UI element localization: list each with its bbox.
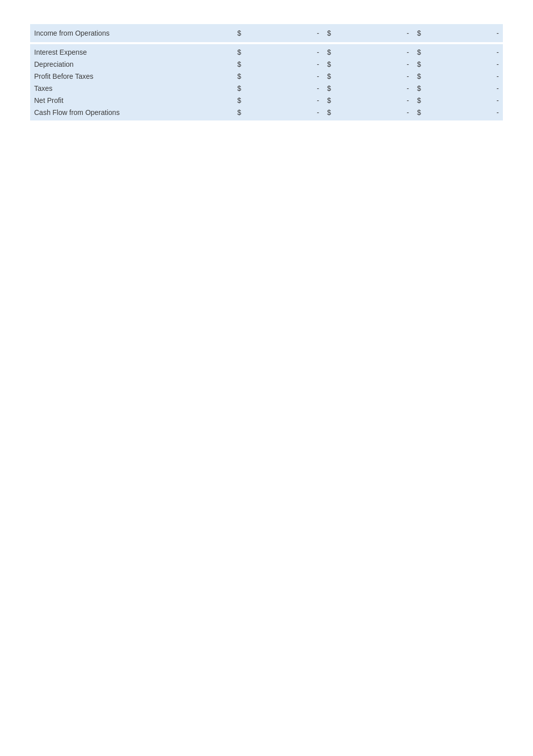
row-currency3-interest-expense: $ bbox=[413, 44, 433, 58]
row-label-taxes: Taxes bbox=[30, 82, 233, 94]
row-currency2-income-from-operations: $ bbox=[323, 24, 343, 42]
row-currency3-taxes: $ bbox=[413, 82, 433, 94]
row-currency1-profit-before-taxes: $ bbox=[233, 70, 253, 82]
row-value3-depreciation: - bbox=[433, 58, 503, 70]
table-row: Cash Flow from Operations $ - $ - $ - bbox=[30, 106, 503, 120]
row-value2-cash-flow-from-operations: - bbox=[343, 106, 413, 120]
spacer-row bbox=[30, 20, 503, 24]
row-value3-income-from-operations: - bbox=[433, 24, 503, 42]
row-currency2-interest-expense: $ bbox=[323, 44, 343, 58]
row-value3-net-profit: - bbox=[433, 94, 503, 106]
financial-table: Income from Operations $ - $ - $ - Inter… bbox=[30, 20, 503, 120]
row-currency1-income-from-operations: $ bbox=[233, 24, 253, 42]
row-value1-taxes: - bbox=[253, 82, 323, 94]
table-row: Profit Before Taxes $ - $ - $ - bbox=[30, 70, 503, 82]
row-label-depreciation: Depreciation bbox=[30, 58, 233, 70]
row-value2-net-profit: - bbox=[343, 94, 413, 106]
row-currency1-depreciation: $ bbox=[233, 58, 253, 70]
row-value2-interest-expense: - bbox=[343, 44, 413, 58]
row-value1-cash-flow-from-operations: - bbox=[253, 106, 323, 120]
row-currency3-cash-flow-from-operations: $ bbox=[413, 106, 433, 120]
row-value3-interest-expense: - bbox=[433, 44, 503, 58]
row-currency3-income-from-operations: $ bbox=[413, 24, 433, 42]
row-value3-cash-flow-from-operations: - bbox=[433, 106, 503, 120]
row-label-income-from-operations: Income from Operations bbox=[30, 24, 233, 42]
table-row: Depreciation $ - $ - $ - bbox=[30, 58, 503, 70]
table-row: Net Profit $ - $ - $ - bbox=[30, 94, 503, 106]
row-label-profit-before-taxes: Profit Before Taxes bbox=[30, 70, 233, 82]
row-currency2-taxes: $ bbox=[323, 82, 343, 94]
row-currency1-interest-expense: $ bbox=[233, 44, 253, 58]
row-value1-interest-expense: - bbox=[253, 44, 323, 58]
row-currency3-depreciation: $ bbox=[413, 58, 433, 70]
row-currency2-net-profit: $ bbox=[323, 94, 343, 106]
row-currency1-net-profit: $ bbox=[233, 94, 253, 106]
row-currency1-cash-flow-from-operations: $ bbox=[233, 106, 253, 120]
row-value1-profit-before-taxes: - bbox=[253, 70, 323, 82]
row-currency3-net-profit: $ bbox=[413, 94, 433, 106]
row-currency2-profit-before-taxes: $ bbox=[323, 70, 343, 82]
table-row: Taxes $ - $ - $ - bbox=[30, 82, 503, 94]
row-label-net-profit: Net Profit bbox=[30, 94, 233, 106]
row-value3-taxes: - bbox=[433, 82, 503, 94]
table-row: Interest Expense $ - $ - $ - bbox=[30, 44, 503, 58]
row-currency3-profit-before-taxes: $ bbox=[413, 70, 433, 82]
row-value2-income-from-operations: - bbox=[343, 24, 413, 42]
row-currency2-depreciation: $ bbox=[323, 58, 343, 70]
row-label-interest-expense: Interest Expense bbox=[30, 44, 233, 58]
table-row: Income from Operations $ - $ - $ - bbox=[30, 24, 503, 42]
row-value1-income-from-operations: - bbox=[253, 24, 323, 42]
row-value3-profit-before-taxes: - bbox=[433, 70, 503, 82]
row-value1-net-profit: - bbox=[253, 94, 323, 106]
row-label-cash-flow-from-operations: Cash Flow from Operations bbox=[30, 106, 233, 120]
row-value1-depreciation: - bbox=[253, 58, 323, 70]
row-value2-profit-before-taxes: - bbox=[343, 70, 413, 82]
row-value2-depreciation: - bbox=[343, 58, 413, 70]
row-currency1-taxes: $ bbox=[233, 82, 253, 94]
row-currency2-cash-flow-from-operations: $ bbox=[323, 106, 343, 120]
row-value2-taxes: - bbox=[343, 82, 413, 94]
